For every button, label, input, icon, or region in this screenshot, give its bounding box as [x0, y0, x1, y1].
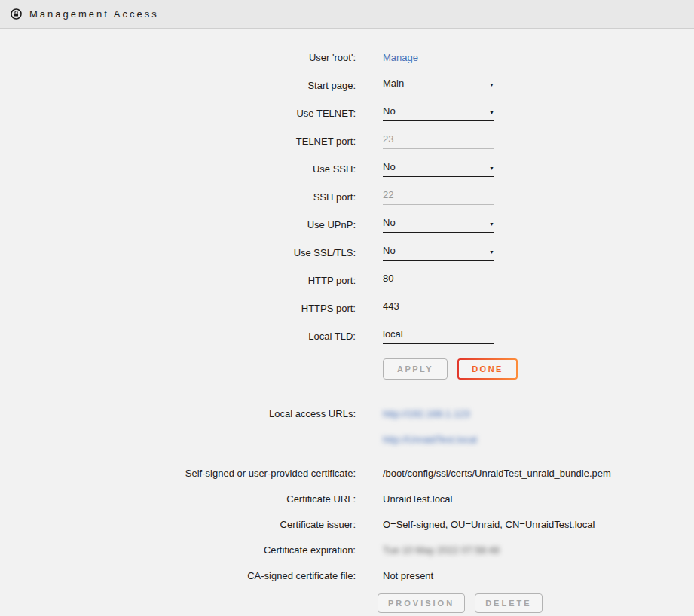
use-ssh-select[interactable]: No ▼ — [383, 161, 494, 177]
field-label: Start page: — [0, 80, 356, 91]
form-buttons: APPLY DONE — [383, 358, 694, 380]
cert-row-bundle: Self-signed or user-provided certificate… — [0, 460, 694, 486]
certificate-path-value: /boot/config/ssl/certs/UnraidTest_unraid… — [383, 468, 611, 479]
form-row-user-root: User 'root': Manage — [0, 44, 694, 72]
cert-row-ca-file: CA-signed certificate file: Not present — [0, 563, 694, 588]
delete-button[interactable]: DELETE — [475, 593, 542, 613]
field-label: CA-signed certificate file: — [0, 570, 356, 581]
field-label: HTTPS port: — [0, 303, 356, 314]
chevron-down-icon: ▼ — [489, 221, 494, 228]
https-port-input[interactable] — [383, 300, 494, 316]
form-row-http-port: HTTP port: — [0, 267, 694, 294]
form-row-use-ssl: Use SSL/TLS: No ▼ — [0, 239, 694, 267]
field-label: Certificate issuer: — [0, 519, 356, 530]
certificate-url-value: UnraidTest.local — [383, 493, 453, 505]
management-settings-form: User 'root': Manage Start page: Main ▼ U… — [0, 29, 694, 380]
select-value: No — [383, 217, 396, 228]
certificate-section: Self-signed or user-provided certificate… — [0, 459, 694, 613]
cert-row-expiration: Certificate expiration: Tue 10 May 2022 … — [0, 537, 694, 563]
field-label: Use TELNET: — [0, 108, 356, 119]
field-label: Local access URLs: — [0, 408, 356, 419]
chevron-down-icon: ▼ — [489, 165, 494, 172]
form-row-use-telnet: Use TELNET: No ▼ — [0, 99, 694, 127]
local-access-url-hostname[interactable]: http://UnraidTest.local — [383, 434, 477, 445]
local-access-urls-section: Local access URLs: http://192.168.1.123 … — [0, 395, 694, 459]
certificate-buttons: PROVISION DELETE — [378, 593, 694, 613]
field-label: Use UPnP: — [0, 219, 356, 230]
apply-button[interactable]: APPLY — [383, 358, 448, 380]
field-label: SSH port: — [0, 191, 356, 203]
chevron-down-icon: ▼ — [489, 249, 494, 256]
field-label: Certificate expiration: — [0, 544, 356, 556]
field-label: Certificate URL: — [0, 493, 356, 505]
management-access-page: Management Access User 'root': Manage St… — [0, 0, 694, 616]
telnet-port-input[interactable] — [383, 133, 494, 149]
field-label: Local TLD: — [0, 331, 356, 342]
start-page-select[interactable]: Main ▼ — [383, 78, 494, 93]
form-row-ssh-port: SSH port: — [0, 183, 694, 211]
form-row-start-page: Start page: Main ▼ — [0, 72, 694, 99]
provision-button[interactable]: PROVISION — [378, 593, 465, 613]
select-value: No — [383, 161, 396, 172]
ssh-port-input[interactable] — [383, 189, 494, 205]
page-header: Management Access — [0, 0, 694, 29]
field-label: Use SSL/TLS: — [0, 247, 356, 258]
select-value: No — [383, 105, 396, 117]
form-row-https-port: HTTPS port: — [0, 294, 694, 322]
form-row-use-upnp: Use UPnP: No ▼ — [0, 211, 694, 239]
field-label: TELNET port: — [0, 136, 356, 147]
url-row: http://UnraidTest.local — [0, 426, 694, 452]
http-port-input[interactable] — [383, 273, 494, 288]
field-label: HTTP port: — [0, 275, 356, 286]
select-value: No — [383, 245, 396, 256]
page-title: Management Access — [29, 8, 159, 20]
done-button[interactable]: DONE — [457, 358, 518, 380]
use-ssl-tls-select[interactable]: No ▼ — [383, 245, 494, 261]
field-label: User 'root': — [0, 52, 356, 63]
ca-certificate-status-value: Not present — [383, 570, 433, 581]
chevron-down-icon: ▼ — [489, 109, 494, 117]
lock-icon — [11, 8, 22, 20]
select-value: Main — [383, 78, 404, 89]
certificate-expiration-value: Tue 10 May 2022 07:58:48 — [383, 544, 500, 556]
field-label: Use SSH: — [0, 163, 356, 175]
cert-row-url: Certificate URL: UnraidTest.local — [0, 486, 694, 511]
use-telnet-select[interactable]: No ▼ — [383, 105, 494, 121]
local-access-url-ip[interactable]: http://192.168.1.123 — [383, 408, 470, 419]
local-tld-input[interactable] — [383, 328, 494, 344]
cert-row-issuer: Certificate issuer: O=Self-signed, OU=Un… — [0, 511, 694, 537]
settings-body: User 'root': Manage Start page: Main ▼ U… — [0, 29, 694, 613]
chevron-down-icon: ▼ — [489, 81, 494, 89]
use-upnp-select[interactable]: No ▼ — [383, 217, 494, 233]
url-row: Local access URLs: http://192.168.1.123 — [0, 401, 694, 426]
field-label: Self-signed or user-provided certificate… — [0, 468, 356, 479]
manage-link[interactable]: Manage — [383, 52, 418, 63]
certificate-issuer-value: O=Self-signed, OU=Unraid, CN=UnraidTest.… — [383, 519, 595, 530]
form-row-use-ssh: Use SSH: No ▼ — [0, 155, 694, 183]
form-row-local-tld: Local TLD: — [0, 322, 694, 350]
form-row-telnet-port: TELNET port: — [0, 127, 694, 155]
